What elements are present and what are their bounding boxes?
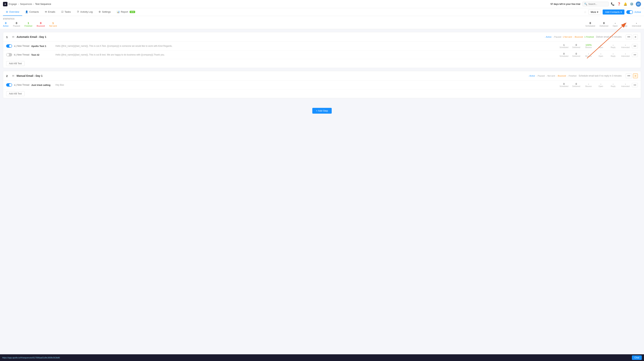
thread-stat-num: 0 [576,43,577,46]
step-deliver-text-2: Schedule email task if no reply in 3 min… [578,74,622,77]
thread-stat: - Reply [608,82,618,87]
tab-activity-log[interactable]: ⏱ Activity Log [74,8,96,16]
search-input[interactable] [588,3,607,5]
stat-delivered: 0 Delivered [600,21,608,27]
tab-emails-label: Emails [48,10,55,13]
active-label: Active [634,10,641,13]
report-icon: 📊 [117,10,120,13]
thread-label-2-1: a.) New Thread [14,84,29,86]
search-icon: 🔍 [584,2,587,5]
thread-stat-num: - [600,43,601,46]
thread-more-button-2-1[interactable]: ••• [632,83,638,87]
thread-stat-num: - [600,52,601,55]
thread-toggle-2-1[interactable] [6,83,12,87]
breadcrumb-sequences[interactable]: Sequences [20,2,32,5]
trial-days: 57 days [551,3,559,5]
step-title-1: Automatic Email - Day 1 [16,35,543,38]
search-box[interactable]: 🔍 [582,2,608,6]
thread-stat: - Reply [608,52,618,57]
settings-icon: ⚙ [98,10,101,13]
add-ab-button-2[interactable]: Add A/B Test [6,91,24,96]
tab-report[interactable]: 📊 Report NEW [114,8,138,16]
sub-nav: ⊞ Overview 👤 Contacts ✉ Emails ☑ Tasks ⏱… [0,8,644,16]
add-step-row: + Add Step [0,104,644,117]
step-tag: 1 Finished [584,36,594,38]
stat-paused-label: Paused [13,25,20,27]
add-contacts-chevron-icon: ▾ [620,10,622,13]
thread-stat: - Bounce [584,52,593,57]
statistics-bar: STATISTICS 0 Active 0 Paused 1 Finished … [0,16,644,29]
stats-right: 0 Scheduled 0 Delivered - Open - Reply -… [586,21,641,27]
thread-stat-num: - [625,52,626,55]
thread-row-1-2: b.) New Thread Test #2 Hello {{first_nam… [3,50,641,59]
help-icon[interactable]: ❓ [617,2,621,6]
stat-delivered-label: Delivered [600,25,608,27]
sub-nav-tabs: ⊞ Overview 👤 Contacts ✉ Emails ☑ Tasks ⏱… [3,8,138,16]
star-button[interactable]: ☆ [584,10,586,14]
stat-active-label: Active [3,25,8,27]
step-drag-button-1[interactable]: ≡ [633,34,638,39]
avatar[interactable]: AT [636,1,641,7]
bell-icon[interactable]: 🔔 [624,2,627,6]
stat-interested-num: - [636,21,637,24]
gear-icon[interactable]: ⚙️ [630,2,634,6]
add-contacts-button[interactable]: Add Contacts ▾ [603,9,624,14]
logo: A [3,2,8,6]
active-toggle[interactable] [626,10,633,14]
tab-contacts[interactable]: 👤 Contacts [22,8,42,16]
thread-stats-1-1: 1 Scheduled 0 Delivered 100% Bounce - Op… [559,43,630,48]
statistics-numbers: 0 Active 0 Paused 1 Finished 0 Bounced 1… [3,21,641,27]
stat-finished-label: Finished [24,25,32,27]
stat-active: 0 Active [3,21,8,27]
tab-tasks[interactable]: ☑ Tasks [58,8,74,16]
step-tags-1: - Active- Paused1 Not sent- Bounced1 Fin… [545,36,594,38]
email-icon-1: ✉ [12,35,14,38]
thread-stat-label: Reply [611,85,616,87]
thread-stat: - Interested [621,43,630,48]
thread-stat-num: - [625,43,626,46]
add-contacts-label: Add Contacts [605,10,620,13]
thread-stat-label: Scheduled [560,46,568,48]
thread-stat-label: Interested [621,55,630,57]
thread-stat-label: Delivered [572,85,580,87]
contacts-icon: 👤 [25,10,28,13]
breadcrumb-area: A Engage › Sequences › Test Sequence [3,2,51,6]
tab-activity-label: Activity Log [80,10,92,13]
more-button[interactable]: More ▾ [588,9,601,14]
thread-more-button-1-1[interactable]: ••• [632,44,638,48]
step-drag-button-2[interactable]: ≡ [633,73,638,78]
thread-stat: 0 Delivered [572,43,581,48]
report-badge: NEW [130,11,135,13]
stat-scheduled-num: 0 [590,21,591,24]
add-ab-button-1[interactable]: Add A/B Test [6,61,24,66]
step-dots-button-2[interactable]: ••• [626,73,632,78]
nav-icons: 📞 ❓ 🔔 ⚙️ [611,2,634,6]
tab-overview[interactable]: ⊞ Overview [3,8,22,16]
tab-settings[interactable]: ⚙ Settings [96,8,114,16]
add-ab-row-2: Add A/B Test [3,89,641,98]
step-dots-button-1[interactable]: ••• [626,34,632,39]
thread-row-2-1: a.) New Thread Just tried calling Hey Bo… [3,81,641,89]
thread-toggle-1-1[interactable] [6,44,12,48]
breadcrumb-engage[interactable]: Engage [8,2,17,5]
thread-stat: - Open [596,52,606,57]
thread-more-button-1-2[interactable]: ••• [632,53,638,57]
top-nav-right: 57 days left in your free trial 🔍 📞 ❓ 🔔 … [551,1,641,7]
thread-subject-1-1: Apollo Test 1 [31,45,54,47]
tab-emails[interactable]: ✉ Emails [42,8,58,16]
thread-stat-num: - [625,82,626,85]
stat-paused-num: 0 [16,21,17,24]
phone-icon[interactable]: 📞 [611,2,614,6]
statistics-label: STATISTICS [3,18,641,20]
stat-not-sent: 1 Not sent [49,21,57,27]
thread-stat-num: - [588,82,589,85]
tab-report-label: Report [121,10,128,13]
thread-stat-label: Interested [621,46,630,48]
add-step-button[interactable]: + Add Step [312,108,332,114]
thread-toggle-1-2[interactable] [6,53,12,56]
thread-preview-1-2: Hello {{first_name}}{{last_name}}, This … [55,53,557,56]
main-content: 1 ✉ Automatic Email - Day 1 - Active- Pa… [0,29,644,104]
thread-stat-label: Bounce [585,85,592,87]
thread-subject-1-2: Test #2 [31,53,54,56]
stat-open-num: - [615,21,616,24]
